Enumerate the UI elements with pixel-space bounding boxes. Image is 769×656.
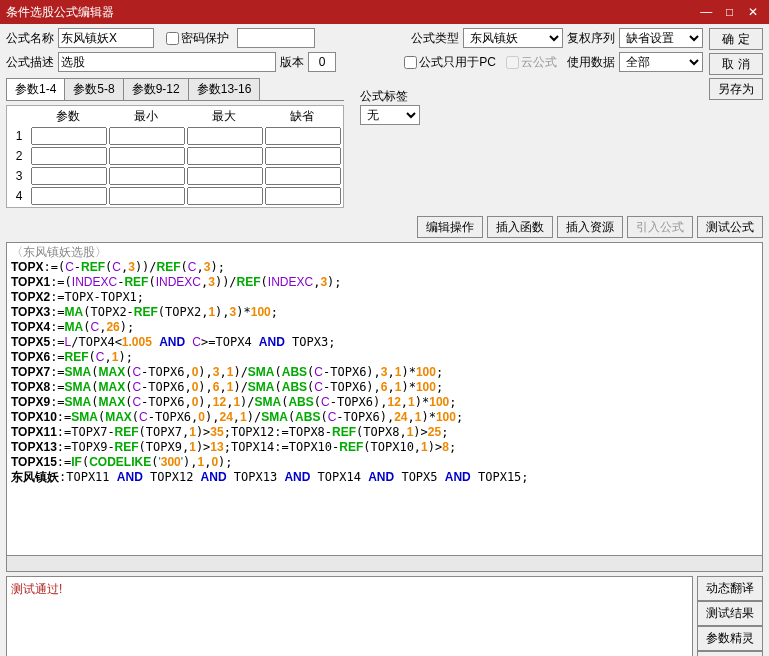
param-input[interactable] [31, 147, 107, 165]
insres-button[interactable]: 插入资源 [557, 216, 623, 238]
param-input[interactable] [187, 187, 263, 205]
name-label: 公式名称 [6, 30, 54, 47]
paramhdr-def: 缺省 [263, 108, 341, 125]
paramhdr-name: 参数 [29, 108, 107, 125]
param-input[interactable] [187, 147, 263, 165]
param-input[interactable] [109, 127, 185, 145]
status-text: 测试通过! [11, 582, 62, 596]
param-grid: 参数最小最大缺省 1 2 3 4 [6, 105, 344, 208]
param-input[interactable] [109, 167, 185, 185]
paramwiz-button[interactable]: 参数精灵 [697, 626, 763, 651]
cloud-checkbox [506, 56, 519, 69]
close-icon[interactable]: ✕ [743, 5, 763, 19]
param-input[interactable] [265, 127, 341, 145]
ver-label: 版本 [280, 54, 304, 71]
tab-params-13-16[interactable]: 参数13-16 [188, 78, 261, 100]
type-select[interactable]: 东风镇妖 [463, 28, 563, 48]
param-input[interactable] [109, 147, 185, 165]
param-input[interactable] [31, 127, 107, 145]
import-button: 引入公式 [627, 216, 693, 238]
param-input[interactable] [187, 167, 263, 185]
tab-params-5-8[interactable]: 参数5-8 [64, 78, 123, 100]
cloud-label: 云公式 [521, 55, 557, 69]
testres-button[interactable]: 测试结果 [697, 601, 763, 626]
param-input[interactable] [31, 167, 107, 185]
pwd-label: 密码保护 [181, 31, 229, 45]
param-input[interactable] [31, 187, 107, 205]
pwd-checkbox[interactable] [166, 32, 179, 45]
param-input[interactable] [265, 187, 341, 205]
code-editor[interactable]: 〈东风镇妖选股〉 TOPX:=(C-REF(C,3))/REF(C,3); TO… [6, 242, 763, 556]
titlebar: 条件选股公式编辑器 — □ ✕ [0, 0, 769, 24]
editop-button[interactable]: 编辑操作 [417, 216, 483, 238]
param-input[interactable] [265, 147, 341, 165]
dyntrans-button[interactable]: 动态翻译 [697, 576, 763, 601]
usedata-label: 使用数据 [567, 54, 615, 71]
param-input[interactable] [109, 187, 185, 205]
param-tabs: 参数1-4 参数5-8 参数9-12 参数13-16 [6, 78, 344, 101]
tag-label: 公式标签 [360, 88, 420, 105]
fuquan-select[interactable]: 缺省设置 [619, 28, 703, 48]
cancel-button[interactable]: 取 消 [709, 53, 763, 75]
hscrollbar[interactable] [6, 556, 763, 572]
insfunc-button[interactable]: 插入函数 [487, 216, 553, 238]
minimize-icon[interactable]: — [696, 5, 716, 19]
paramhdr-max: 最大 [185, 108, 263, 125]
ver-input[interactable] [308, 52, 336, 72]
tag-select[interactable]: 无 [360, 105, 420, 125]
param-input[interactable] [265, 167, 341, 185]
window-title: 条件选股公式编辑器 [6, 4, 114, 21]
pconly-checkbox[interactable] [404, 56, 417, 69]
desc-label: 公式描述 [6, 54, 54, 71]
tab-params-9-12[interactable]: 参数9-12 [123, 78, 189, 100]
saveas-button[interactable]: 另存为 [709, 78, 763, 100]
tab-params-1-4[interactable]: 参数1-4 [6, 78, 65, 100]
usedata-select[interactable]: 全部 [619, 52, 703, 72]
paramhdr-min: 最小 [107, 108, 185, 125]
usage-button[interactable]: 用法注释 [697, 651, 763, 656]
maximize-icon[interactable]: □ [720, 5, 740, 19]
test-button[interactable]: 测试公式 [697, 216, 763, 238]
type-label: 公式类型 [411, 30, 459, 47]
ok-button[interactable]: 确 定 [709, 28, 763, 50]
status-panel: 测试通过! [6, 576, 693, 656]
param-input[interactable] [187, 127, 263, 145]
fuquan-label: 复权序列 [567, 30, 615, 47]
name-input[interactable] [58, 28, 154, 48]
pwd-input[interactable] [237, 28, 315, 48]
pconly-label: 公式只用于PC [419, 55, 496, 69]
desc-input[interactable] [58, 52, 276, 72]
